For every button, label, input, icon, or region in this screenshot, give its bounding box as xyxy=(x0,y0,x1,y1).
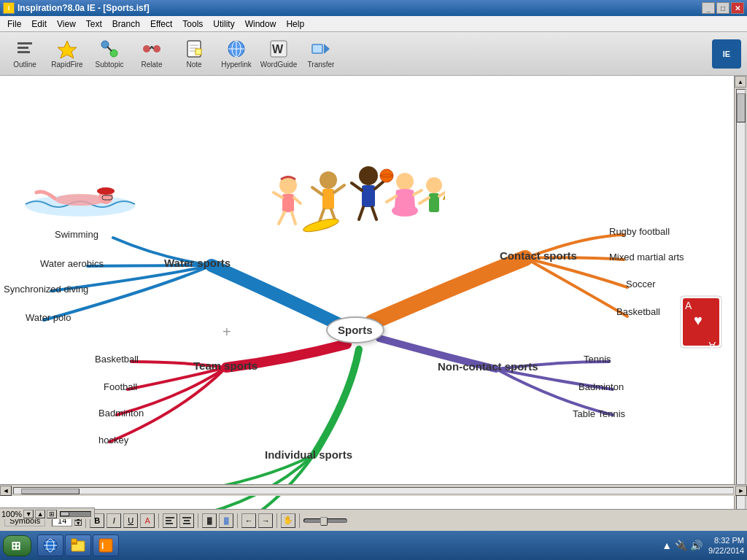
menu-utility[interactable]: Utility xyxy=(209,18,239,31)
menu-text[interactable]: Text xyxy=(82,18,107,31)
minimize-button[interactable]: _ xyxy=(702,2,715,14)
nav-thumb[interactable] xyxy=(61,512,69,516)
leaf-basketball-team[interactable]: Basketball xyxy=(95,354,139,365)
svg-line-30 xyxy=(294,198,301,203)
align-left-button[interactable] xyxy=(163,513,177,528)
hscroll-track[interactable] xyxy=(13,487,734,494)
rapidfire-button[interactable]: RapidFire xyxy=(48,35,86,73)
text-color-button[interactable]: ▓ xyxy=(219,513,233,528)
scroll-track[interactable] xyxy=(736,89,746,544)
relate-button[interactable]: Relate xyxy=(133,35,171,73)
sep4 xyxy=(237,513,238,528)
scroll-left-button[interactable]: ◄ xyxy=(0,486,12,496)
underline-button[interactable]: U xyxy=(123,513,138,528)
scroll-up-button[interactable]: ▲ xyxy=(735,76,746,88)
slider-thumb[interactable] xyxy=(320,517,328,526)
slider-area[interactable] xyxy=(303,518,347,523)
zoom-out-button[interactable]: ▼ xyxy=(23,510,34,518)
slider-track[interactable] xyxy=(303,518,347,523)
center-node[interactable]: Sports xyxy=(326,316,384,343)
leaf-sync-diving[interactable]: Synchronized diving xyxy=(4,284,88,295)
svg-line-35 xyxy=(312,187,322,195)
hand-tool-button[interactable]: ✋ xyxy=(281,513,295,528)
workspace: A ♥ A Sports Water sports Swimming Water… xyxy=(0,76,747,512)
close-button[interactable]: ✕ xyxy=(731,2,744,14)
svg-point-8 xyxy=(153,45,160,52)
maximize-button[interactable]: □ xyxy=(716,2,729,14)
tray-arrow-icon[interactable]: ▲ xyxy=(662,540,672,551)
svg-rect-67 xyxy=(183,523,190,524)
svg-text:♥: ♥ xyxy=(694,312,703,328)
outline-button[interactable]: Outline xyxy=(6,35,44,73)
contact-sports-node[interactable]: Contact sports xyxy=(500,249,577,262)
hyperlink-icon xyxy=(226,39,247,59)
arrow-left-button[interactable]: ← xyxy=(241,513,256,528)
start-button[interactable]: ⊞ xyxy=(3,535,31,556)
hyperlink-label: Hyperlink xyxy=(221,61,252,69)
font-size-down[interactable]: ▼ xyxy=(74,521,82,526)
leaf-table-tennis[interactable]: Table Tennis xyxy=(573,408,625,419)
font-color-button[interactable]: A xyxy=(140,513,155,528)
align-center-button[interactable] xyxy=(179,513,194,528)
svg-point-50 xyxy=(392,205,418,217)
menu-effect[interactable]: Effect xyxy=(146,18,177,31)
menu-branch[interactable]: Branch xyxy=(108,18,144,31)
svg-point-51 xyxy=(426,177,442,193)
svg-line-32 xyxy=(292,212,295,224)
zoom-fit-button[interactable]: ⊞ xyxy=(47,510,57,518)
transfer-button[interactable]: Transfer xyxy=(302,35,340,73)
menu-file[interactable]: File xyxy=(3,18,26,31)
svg-rect-62 xyxy=(166,517,174,518)
leaf-water-polo[interactable]: Water polo xyxy=(26,312,71,323)
ie-icon[interactable] xyxy=(37,534,63,556)
explorer-icon[interactable] xyxy=(65,534,91,556)
team-sports-node[interactable]: Team sports xyxy=(193,359,258,372)
network-icon[interactable]: 🔌 xyxy=(675,540,687,551)
arrow-right-button[interactable]: → xyxy=(258,513,273,528)
leaf-water-aerobics[interactable]: Water aerobics xyxy=(40,258,104,269)
volume-icon[interactable]: 🔊 xyxy=(690,540,703,551)
inspiration-icon[interactable]: I xyxy=(93,534,119,556)
leaf-tennis[interactable]: Tennis xyxy=(584,354,611,365)
svg-text:I: I xyxy=(101,541,104,551)
leaf-badminton-nc[interactable]: Badminton xyxy=(578,381,624,392)
sep5 xyxy=(276,513,277,528)
window-title: Inspiration?8.0a IE - [Sports.isf] xyxy=(18,3,150,13)
svg-rect-2 xyxy=(18,51,30,53)
scroll-thumb[interactable] xyxy=(737,93,746,122)
menu-window[interactable]: Window xyxy=(241,18,281,31)
leaf-badminton-team[interactable]: Badminton xyxy=(98,408,144,419)
individual-sports-node[interactable]: Individual sports xyxy=(265,448,352,461)
highlight-button[interactable]: ▓ xyxy=(202,513,217,528)
note-button[interactable]: Note xyxy=(175,35,213,73)
leaf-swimming[interactable]: Swimming xyxy=(55,229,98,240)
horizontal-scrollbar[interactable]: ◄ ► xyxy=(0,484,747,496)
leaf-football[interactable]: Football xyxy=(104,381,137,392)
nav-track[interactable] xyxy=(60,511,91,517)
hscroll-thumb[interactable] xyxy=(21,489,80,494)
italic-button[interactable]: I xyxy=(107,513,121,528)
leaf-rugby[interactable]: Rugby football xyxy=(609,226,670,237)
wordguide-button[interactable]: W WordGuide xyxy=(260,35,298,73)
scroll-right-button[interactable]: ► xyxy=(735,486,747,496)
menu-edit[interactable]: Edit xyxy=(27,18,51,31)
app-logo: IE xyxy=(712,39,741,69)
hyperlink-button[interactable]: Hyperlink xyxy=(217,35,255,73)
water-sports-node[interactable]: Water sports xyxy=(164,257,231,269)
menu-tools[interactable]: Tools xyxy=(178,18,207,31)
zoom-in-button[interactable]: ▲ xyxy=(35,510,45,518)
svg-rect-66 xyxy=(184,520,190,521)
clock[interactable]: 8:32 PM 9/22/2014 xyxy=(708,535,744,556)
leaf-basketball-contact[interactable]: Basketball xyxy=(616,306,660,317)
outline-icon xyxy=(15,39,35,59)
menu-view[interactable]: View xyxy=(53,18,80,31)
leaf-mma[interactable]: Mixed martial arts xyxy=(609,252,684,262)
svg-line-37 xyxy=(320,209,324,222)
leaf-soccer[interactable]: Soccer xyxy=(626,279,655,289)
svg-rect-63 xyxy=(166,520,171,521)
noncontact-sports-node[interactable]: Non-contact sports xyxy=(438,360,538,373)
subtopic-button[interactable]: Subtopic xyxy=(90,35,128,73)
menu-help[interactable]: Help xyxy=(282,18,309,31)
sep3 xyxy=(198,513,198,528)
leaf-hockey[interactable]: hockey xyxy=(98,435,128,446)
